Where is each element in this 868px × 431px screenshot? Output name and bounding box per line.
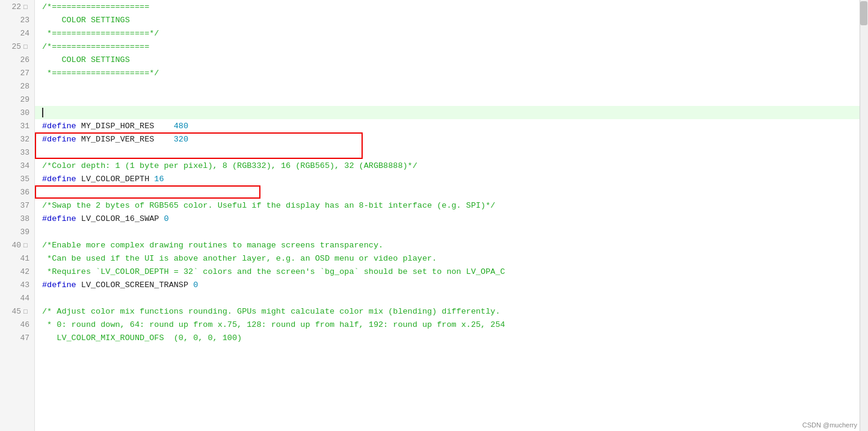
ln-38: 38 bbox=[0, 212, 34, 225]
ln-34: 34 bbox=[0, 159, 34, 172]
code-text: #define bbox=[42, 281, 76, 290]
ln-35: 35 bbox=[0, 172, 34, 185]
ln-27: 27 bbox=[0, 66, 34, 79]
code-line-43: #define LV_COLOR_SCREEN_TRANSP 0 bbox=[35, 278, 868, 291]
code-text: /*==================== bbox=[42, 42, 149, 51]
code-text: *Requires `LV_COLOR_DEPTH = 32` colors a… bbox=[42, 267, 505, 276]
code-line-29 bbox=[35, 93, 868, 106]
code-line-37: /*Swap the 2 bytes of RGB565 color. Usef… bbox=[35, 199, 868, 212]
code-line-44 bbox=[35, 291, 868, 305]
code-line-36 bbox=[35, 185, 868, 199]
code-line-28 bbox=[35, 79, 868, 93]
code-text: /*==================== bbox=[42, 2, 149, 11]
code-text: *====================*/ bbox=[42, 69, 159, 78]
code-line-26: COLOR SETTINGS bbox=[35, 53, 868, 66]
code-line-27: *====================*/ bbox=[35, 66, 868, 79]
code-line-24: *====================*/ bbox=[35, 26, 868, 40]
code-text: LV_COLOR_MIX_ROUND_OFS (0, 0, 0, 100) bbox=[42, 333, 242, 343]
code-text: MY_DISP_HOR_RES bbox=[76, 122, 174, 131]
ln-40: 40□ bbox=[0, 238, 34, 252]
ln-42: 42 bbox=[0, 265, 34, 278]
code-text: 480 bbox=[174, 122, 188, 131]
ln-37: 37 bbox=[0, 199, 34, 212]
code-text: COLOR SETTINGS bbox=[42, 55, 130, 64]
ln-29: 29 bbox=[0, 93, 34, 106]
ln-33: 33 bbox=[0, 146, 34, 159]
code-line-45: /* Adjust color mix functions rounding. … bbox=[35, 305, 868, 318]
code-text: #define bbox=[42, 122, 76, 131]
code-line-30 bbox=[35, 106, 868, 119]
ln-31: 31 bbox=[0, 119, 34, 132]
ln-46: 46 bbox=[0, 318, 34, 331]
code-line-32: #define MY_DISP_VER_RES 320 bbox=[35, 132, 868, 146]
code-line-46: * 0: round down, 64: round up from x.75,… bbox=[35, 318, 868, 331]
code-line-35: #define LV_COLOR_DEPTH 16 bbox=[35, 172, 868, 185]
ln-47: 47 bbox=[0, 331, 34, 344]
ln-28: 28 bbox=[0, 79, 34, 93]
code-text: #define bbox=[42, 175, 76, 184]
ln-32: 32 bbox=[0, 132, 34, 146]
code-line-47: LV_COLOR_MIX_ROUND_OFS (0, 0, 0, 100) bbox=[35, 331, 868, 344]
code-area[interactable]: /*==================== COLOR SETTINGS *=… bbox=[35, 0, 868, 431]
ln-22: 22□ bbox=[0, 0, 34, 13]
code-text: #define bbox=[42, 214, 76, 223]
code-line-41: *Can be used if the UI is above another … bbox=[35, 252, 868, 265]
code-text: /* Adjust color mix functions rounding. … bbox=[42, 307, 500, 316]
code-text: #define bbox=[42, 135, 76, 144]
code-text: LV_COLOR_SCREEN_TRANSP bbox=[76, 281, 193, 290]
code-line-22: /*==================== bbox=[35, 0, 868, 13]
code-text: * 0: round down, 64: round up from x.75,… bbox=[42, 320, 505, 329]
code-text: 16 bbox=[154, 175, 164, 184]
ln-44: 44 bbox=[0, 291, 34, 305]
code-line-42: *Requires `LV_COLOR_DEPTH = 32` colors a… bbox=[35, 265, 868, 278]
ln-41: 41 bbox=[0, 252, 34, 265]
code-text: /*Color depth: 1 (1 byte per pixel), 8 (… bbox=[42, 161, 417, 170]
vertical-scrollbar[interactable] bbox=[860, 0, 868, 431]
code-text: 320 bbox=[174, 135, 188, 144]
code-line-31: #define MY_DISP_HOR_RES 480 bbox=[35, 119, 868, 132]
ln-26: 26 bbox=[0, 53, 34, 66]
code-text: /*Enable more complex drawing routines t… bbox=[42, 241, 383, 250]
code-text: *Can be used if the UI is above another … bbox=[42, 254, 437, 263]
code-line-33 bbox=[35, 146, 868, 159]
code-line-34: /*Color depth: 1 (1 byte per pixel), 8 (… bbox=[35, 159, 868, 172]
code-text: 0 bbox=[164, 214, 169, 223]
ln-30: 30 bbox=[0, 106, 34, 119]
ln-36: 36 bbox=[0, 185, 34, 199]
code-text: /*Swap the 2 bytes of RGB565 color. Usef… bbox=[42, 201, 495, 210]
code-text: *====================*/ bbox=[42, 29, 159, 38]
ln-43: 43 bbox=[0, 278, 34, 291]
code-text: COLOR SETTINGS bbox=[42, 16, 130, 25]
ln-24: 24 bbox=[0, 26, 34, 40]
editor-container: 22□ 23 24 25□ 26 27 28 29 30 31 32 33 34… bbox=[0, 0, 868, 431]
watermark: CSDN @mucherry bbox=[802, 421, 857, 429]
code-line-40: /*Enable more complex drawing routines t… bbox=[35, 238, 868, 252]
code-line-25: /*==================== bbox=[35, 40, 868, 53]
ln-39: 39 bbox=[0, 225, 34, 238]
code-line-39 bbox=[35, 225, 868, 238]
cursor-caret bbox=[42, 108, 43, 117]
scrollbar-thumb[interactable] bbox=[860, 1, 867, 25]
code-text: LV_COLOR_DEPTH bbox=[76, 175, 155, 184]
line-numbers: 22□ 23 24 25□ 26 27 28 29 30 31 32 33 34… bbox=[0, 0, 35, 431]
ln-25: 25□ bbox=[0, 40, 34, 53]
code-line-38: #define LV_COLOR_16_SWAP 0 bbox=[35, 212, 868, 225]
ln-23: 23 bbox=[0, 13, 34, 26]
code-text: MY_DISP_VER_RES bbox=[76, 135, 174, 144]
code-text: LV_COLOR_16_SWAP bbox=[76, 214, 164, 223]
code-text: 0 bbox=[193, 281, 198, 290]
ln-45: 45□ bbox=[0, 305, 34, 318]
code-line-23: COLOR SETTINGS bbox=[35, 13, 868, 26]
